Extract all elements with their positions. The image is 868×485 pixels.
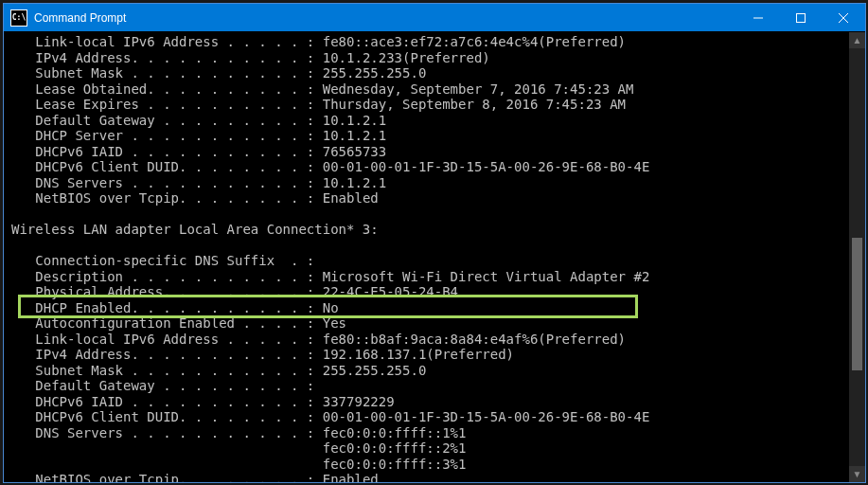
line-label: IPv4 Address. . . . . . . . . . . : bbox=[11, 50, 323, 65]
terminal-line: Physical Address. . . . . . . . . : 22-4… bbox=[11, 284, 849, 300]
terminal-line: Lease Expires . . . . . . . . . . : Thur… bbox=[11, 97, 849, 113]
close-button[interactable] bbox=[822, 4, 865, 31]
terminal-line: DHCPv6 IAID . . . . . . . . . . . : 7656… bbox=[11, 144, 849, 160]
line-label: DHCPv6 Client DUID. . . . . . . . : bbox=[11, 409, 323, 424]
close-icon bbox=[839, 13, 848, 23]
line-value: Yes bbox=[323, 315, 346, 331]
terminal-line: IPv4 Address. . . . . . . . . . . : 192.… bbox=[11, 347, 849, 363]
line-value: 22-4C-E5-05-24-B4 bbox=[323, 284, 458, 299]
chevron-up-icon: ▲ bbox=[853, 35, 862, 45]
line-label bbox=[11, 440, 323, 456]
maximize-icon bbox=[796, 13, 806, 23]
command-prompt-window: C:\ Command Prompt Link-local IPv6 Addre… bbox=[3, 3, 866, 483]
line-value: 10.1.2.1 bbox=[323, 113, 386, 128]
line-value: Microsoft Wi-Fi Direct Virtual Adapter #… bbox=[323, 269, 650, 284]
terminal-line: NetBIOS over Tcpip. . . . . . . . : Enab… bbox=[11, 472, 849, 482]
terminal-output[interactable]: Link-local IPv6 Address . . . . . : fe80… bbox=[4, 32, 849, 482]
line-label: Default Gateway . . . . . . . . . : bbox=[11, 113, 323, 128]
line-value: No bbox=[323, 300, 339, 315]
terminal-line: Default Gateway . . . . . . . . . : bbox=[11, 378, 849, 394]
line-value: 10.1.2.1 bbox=[323, 175, 386, 190]
terminal-line bbox=[11, 238, 849, 254]
line-label: DHCPv6 IAID . . . . . . . . . . . : bbox=[11, 144, 323, 159]
line-label: Autoconfiguration Enabled . . . . : bbox=[11, 315, 323, 331]
line-value: Enabled bbox=[323, 472, 379, 482]
terminal-line: DHCPv6 IAID . . . . . . . . . . . : 3377… bbox=[11, 394, 849, 410]
line-label: Link-local IPv6 Address . . . . . : bbox=[11, 332, 323, 347]
line-label: DHCP Server . . . . . . . . . . . : bbox=[11, 128, 323, 143]
line-label: Description . . . . . . . . . . . : bbox=[11, 269, 323, 284]
line-label bbox=[11, 457, 323, 472]
terminal-line: Autoconfiguration Enabled . . . . : Yes bbox=[11, 315, 849, 332]
line-label: IPv4 Address. . . . . . . . . . . : bbox=[11, 347, 323, 362]
terminal-line: DNS Servers . . . . . . . . . . . : fec0… bbox=[11, 425, 849, 441]
terminal-line: IPv4 Address. . . . . . . . . . . : 10.1… bbox=[11, 50, 849, 66]
line-label: Link-local IPv6 Address . . . . . : bbox=[11, 34, 323, 49]
app-icon: C:\ bbox=[10, 9, 27, 27]
terminal-line: Subnet Mask . . . . . . . . . . . : 255.… bbox=[11, 65, 849, 81]
line-value: 00-01-00-01-1F-3D-15-5A-00-26-9E-68-B0-4… bbox=[323, 409, 650, 424]
line-label: Lease Expires . . . . . . . . . . : bbox=[11, 97, 323, 112]
line-label: DNS Servers . . . . . . . . . . . : bbox=[11, 425, 323, 440]
scrollbar-thumb[interactable] bbox=[852, 238, 862, 370]
terminal-line: DNS Servers . . . . . . . . . . . : 10.1… bbox=[11, 175, 849, 191]
line-value: fec0:0:0:ffff::1%1 bbox=[323, 425, 467, 440]
line-label: NetBIOS over Tcpip. . . . . . . . : bbox=[11, 190, 323, 206]
terminal-line: DHCPv6 Client DUID. . . . . . . . : 00-0… bbox=[11, 409, 849, 425]
terminal-line: DHCP Enabled. . . . . . . . . . . : No bbox=[11, 300, 849, 316]
svg-rect-0 bbox=[796, 13, 805, 22]
line-label: Default Gateway . . . . . . . . . : bbox=[11, 378, 323, 393]
titlebar[interactable]: C:\ Command Prompt bbox=[4, 4, 865, 31]
scroll-down-button[interactable]: ▼ bbox=[849, 466, 865, 482]
terminal-line: Connection-specific DNS Suffix . : bbox=[11, 253, 849, 269]
line-value: 192.168.137.1(Preferred) bbox=[323, 347, 514, 362]
line-label: Lease Obtained. . . . . . . . . . : bbox=[11, 81, 323, 97]
line-label: DHCPv6 Client DUID. . . . . . . . : bbox=[11, 159, 323, 174]
line-value: fec0:0:0:ffff::2%1 bbox=[323, 440, 467, 456]
terminal-line: Link-local IPv6 Address . . . . . : fe80… bbox=[11, 332, 849, 348]
chevron-down-icon: ▼ bbox=[853, 469, 862, 479]
line-label: Connection-specific DNS Suffix . : bbox=[11, 253, 323, 268]
line-label: DHCPv6 IAID . . . . . . . . . . . : bbox=[11, 394, 323, 409]
line-value: fe80::b8af:9aca:8a84:e4af%6(Preferred) bbox=[323, 332, 626, 347]
terminal-line: Default Gateway . . . . . . . . . : 10.1… bbox=[11, 113, 849, 129]
scrollbar[interactable]: ▲ ▼ bbox=[849, 32, 865, 482]
terminal-line: Description . . . . . . . . . . . : Micr… bbox=[11, 269, 849, 285]
terminal-line: Link-local IPv6 Address . . . . . : fe80… bbox=[11, 34, 849, 50]
terminal-line bbox=[11, 207, 849, 223]
line-value: 10.1.2.1 bbox=[323, 128, 386, 143]
line-value: 76565733 bbox=[323, 144, 386, 159]
terminal-line: DHCP Server . . . . . . . . . . . : 10.1… bbox=[11, 128, 849, 144]
line-label: DNS Servers . . . . . . . . . . . : bbox=[11, 175, 323, 190]
line-value: 10.1.2.233(Preferred) bbox=[323, 50, 490, 65]
line-value: 00-01-00-01-1F-3D-15-5A-00-26-9E-68-B0-4… bbox=[323, 159, 650, 174]
scroll-up-button[interactable]: ▲ bbox=[849, 32, 865, 48]
line-value: fe80::ace3:ef72:a7c6:4e4c%4(Preferred) bbox=[323, 34, 626, 49]
line-value: Wednesday, September 7, 2016 7:45:23 AM bbox=[323, 81, 634, 97]
line-value: 255.255.255.0 bbox=[323, 363, 427, 378]
line-label: DHCP Enabled. . . . . . . . . . . : bbox=[11, 300, 323, 315]
line-value: 337792229 bbox=[323, 394, 395, 409]
maximize-button[interactable] bbox=[779, 4, 822, 31]
window-title: Command Prompt bbox=[34, 11, 736, 25]
terminal-line: NetBIOS over Tcpip. . . . . . . . : Enab… bbox=[11, 190, 849, 207]
line-label: Wireless LAN adapter Local Area Connecti… bbox=[11, 222, 379, 237]
terminal-area: Link-local IPv6 Address . . . . . : fe80… bbox=[4, 32, 865, 482]
line-value: fec0:0:0:ffff::3%1 bbox=[323, 457, 467, 472]
line-value: Thursday, September 8, 2016 7:45:23 AM bbox=[323, 97, 626, 112]
line-value: Enabled bbox=[323, 190, 379, 206]
minimize-button[interactable] bbox=[736, 4, 779, 31]
line-label: Physical Address. . . . . . . . . : bbox=[11, 284, 323, 299]
minimize-icon bbox=[753, 13, 763, 23]
line-value: 255.255.255.0 bbox=[323, 65, 427, 81]
terminal-line: Subnet Mask . . . . . . . . . . . : 255.… bbox=[11, 363, 849, 379]
terminal-line: Wireless LAN adapter Local Area Connecti… bbox=[11, 222, 849, 238]
line-label: Subnet Mask . . . . . . . . . . . : bbox=[11, 65, 323, 81]
terminal-line: fec0:0:0:ffff::2%1 bbox=[11, 440, 849, 457]
terminal-line: fec0:0:0:ffff::3%1 bbox=[11, 457, 849, 473]
scrollbar-track[interactable] bbox=[849, 48, 865, 466]
line-label: NetBIOS over Tcpip. . . . . . . . : bbox=[11, 472, 323, 482]
terminal-line: Lease Obtained. . . . . . . . . . : Wedn… bbox=[11, 81, 849, 98]
line-label: Subnet Mask . . . . . . . . . . . : bbox=[11, 363, 323, 378]
terminal-line: DHCPv6 Client DUID. . . . . . . . : 00-0… bbox=[11, 159, 849, 175]
